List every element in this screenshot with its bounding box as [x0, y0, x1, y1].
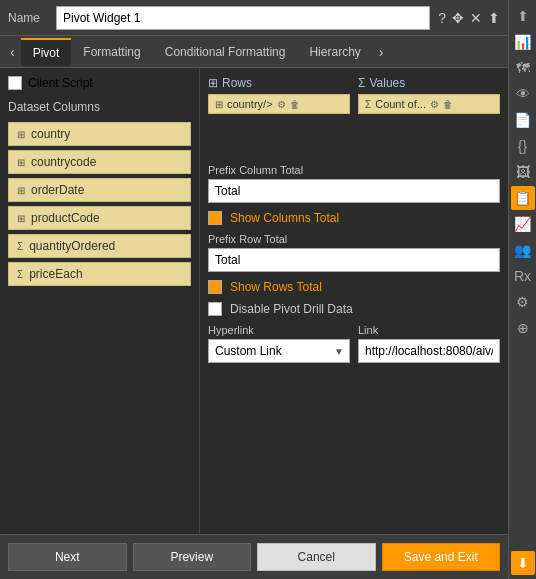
- name-label: Name: [8, 11, 48, 25]
- values-item-sigma-icon: Σ: [365, 99, 371, 110]
- link-label: Link: [358, 324, 500, 336]
- hyperlink-left: Hyperlink Custom Link ▼: [208, 324, 350, 363]
- list-item[interactable]: ⊞ countrycode: [8, 150, 191, 174]
- values-label: Values: [369, 76, 405, 90]
- tab-prev-button[interactable]: ‹: [4, 44, 21, 60]
- widget-name-input[interactable]: [56, 6, 430, 30]
- sidebar-gear-icon[interactable]: ⚙: [511, 290, 535, 314]
- col-name: countrycode: [31, 155, 96, 169]
- sidebar-code-icon[interactable]: {}: [511, 134, 535, 158]
- list-item[interactable]: ⊞ orderDate: [8, 178, 191, 202]
- col-name: productCode: [31, 211, 100, 225]
- values-item[interactable]: Σ Count of... ⚙ 🗑: [358, 94, 500, 114]
- col-name: orderDate: [31, 183, 84, 197]
- footer: Next Preview Cancel Save and Exit: [0, 534, 508, 579]
- right-sidebar: ⬆ 📊 🗺 👁 📄 {} 🖼 📋 📈 👥 Rx ⚙ ⊕ ⬇: [508, 0, 536, 579]
- rows-item-delete-icon[interactable]: 🗑: [290, 99, 300, 110]
- sidebar-doc-icon[interactable]: 📄: [511, 108, 535, 132]
- sidebar-rx-icon[interactable]: Rx: [511, 264, 535, 288]
- up-icon[interactable]: ⬆: [488, 10, 500, 26]
- list-item[interactable]: Σ quantityOrdered: [8, 234, 191, 258]
- sidebar-map-icon[interactable]: 🗺: [511, 56, 535, 80]
- show-columns-total-checkbox[interactable]: [208, 211, 222, 225]
- prefix-row-total-input[interactable]: [208, 248, 500, 272]
- col-name: quantityOrdered: [29, 239, 115, 253]
- sidebar-up-icon[interactable]: ⬆: [511, 4, 535, 28]
- sidebar-chart-icon[interactable]: 📊: [511, 30, 535, 54]
- hyperlink-right: Link: [358, 324, 500, 363]
- tab-conditional-formatting[interactable]: Conditional Formatting: [153, 39, 298, 65]
- table-icon: ⊞: [17, 129, 25, 140]
- col-name: country: [31, 127, 70, 141]
- show-rows-total-checkbox[interactable]: [208, 280, 222, 294]
- sidebar-eye-icon[interactable]: 👁: [511, 82, 535, 106]
- tab-pivot[interactable]: Pivot: [21, 38, 72, 66]
- header: Name ? ✥ ✕ ⬆: [0, 0, 508, 36]
- values-item-settings-icon[interactable]: ⚙: [430, 99, 439, 110]
- save-exit-button[interactable]: Save and Exit: [382, 543, 501, 571]
- sidebar-table-icon[interactable]: 📋: [511, 186, 535, 210]
- disable-pivot-row: Disable Pivot Drill Data: [208, 302, 500, 316]
- list-item[interactable]: Σ priceEach: [8, 262, 191, 286]
- sigma-icon: Σ: [17, 269, 23, 280]
- show-rows-total-row: Show Rows Total: [208, 280, 500, 294]
- list-item[interactable]: ⊞ productCode: [8, 206, 191, 230]
- sidebar-linechart-icon[interactable]: 📈: [511, 212, 535, 236]
- content-area: Name ? ✥ ✕ ⬆ ‹ Pivot Formatting Conditio…: [0, 0, 508, 579]
- rows-header: ⊞ Rows: [208, 76, 350, 90]
- table-icon: ⊞: [17, 213, 25, 224]
- tabs-bar: ‹ Pivot Formatting Conditional Formattin…: [0, 36, 508, 68]
- sigma-icon: Σ: [17, 241, 23, 252]
- rows-section: ⊞ Rows ⊞ country/> ⚙ 🗑: [208, 76, 350, 154]
- next-button[interactable]: Next: [8, 543, 127, 571]
- rows-item-name: country/>: [227, 98, 273, 110]
- hyperlink-select[interactable]: Custom Link: [208, 339, 350, 363]
- body: Client Script Dataset Columns ⊞ country …: [0, 68, 508, 534]
- values-header: Σ Values: [358, 76, 500, 90]
- prefix-column-total-label: Prefix Column Total: [208, 164, 500, 176]
- rows-item-settings-icon[interactable]: ⚙: [277, 99, 286, 110]
- client-script-label: Client Script: [28, 76, 93, 90]
- preview-button[interactable]: Preview: [133, 543, 252, 571]
- prefix-row-total-label: Prefix Row Total: [208, 233, 500, 245]
- rows-item[interactable]: ⊞ country/> ⚙ 🗑: [208, 94, 350, 114]
- prefix-row-total-group: Prefix Row Total: [208, 233, 500, 272]
- link-input[interactable]: [358, 339, 500, 363]
- right-panel: ⊞ Rows ⊞ country/> ⚙ 🗑: [200, 68, 508, 534]
- tab-hierarchy[interactable]: Hierarchy: [297, 39, 372, 65]
- hyperlink-select-wrapper: Custom Link ▼: [208, 339, 350, 363]
- help-icon[interactable]: ?: [438, 10, 446, 26]
- show-columns-total-row: Show Columns Total: [208, 211, 500, 225]
- main-container: Name ? ✥ ✕ ⬆ ‹ Pivot Formatting Conditio…: [0, 0, 536, 579]
- header-icons: ? ✥ ✕ ⬆: [438, 10, 500, 26]
- show-columns-total-label[interactable]: Show Columns Total: [230, 211, 339, 225]
- values-body: Σ Count of... ⚙ 🗑: [358, 94, 500, 154]
- list-item[interactable]: ⊞ country: [8, 122, 191, 146]
- prefix-column-total-input[interactable]: [208, 179, 500, 203]
- sidebar-users-icon[interactable]: 👥: [511, 238, 535, 262]
- move-icon[interactable]: ✥: [452, 10, 464, 26]
- values-item-name: Count of...: [375, 98, 426, 110]
- close-icon[interactable]: ✕: [470, 10, 482, 26]
- cancel-button[interactable]: Cancel: [257, 543, 376, 571]
- hyperlink-link-row: Hyperlink Custom Link ▼ Link: [208, 324, 500, 363]
- values-section: Σ Values Σ Count of... ⚙ 🗑: [358, 76, 500, 154]
- dataset-columns-label: Dataset Columns: [8, 100, 191, 114]
- rows-item-table-icon: ⊞: [215, 99, 223, 110]
- tab-formatting[interactable]: Formatting: [71, 39, 152, 65]
- left-panel: Client Script Dataset Columns ⊞ country …: [0, 68, 200, 534]
- prefix-column-total-group: Prefix Column Total: [208, 164, 500, 203]
- show-rows-total-label[interactable]: Show Rows Total: [230, 280, 322, 294]
- sidebar-image-icon[interactable]: 🖼: [511, 160, 535, 184]
- tab-next-button[interactable]: ›: [373, 44, 390, 60]
- disable-pivot-label: Disable Pivot Drill Data: [230, 302, 353, 316]
- client-script-checkbox[interactable]: [8, 76, 22, 90]
- sidebar-download-icon[interactable]: ⬇: [511, 551, 535, 575]
- sidebar-layers-icon[interactable]: ⊕: [511, 316, 535, 340]
- disable-pivot-checkbox[interactable]: [208, 302, 222, 316]
- table-icon: ⊞: [17, 185, 25, 196]
- client-script-row: Client Script: [8, 76, 191, 90]
- values-item-delete-icon[interactable]: 🗑: [443, 99, 453, 110]
- pivot-area: ⊞ Rows ⊞ country/> ⚙ 🗑: [208, 76, 500, 154]
- col-name: priceEach: [29, 267, 82, 281]
